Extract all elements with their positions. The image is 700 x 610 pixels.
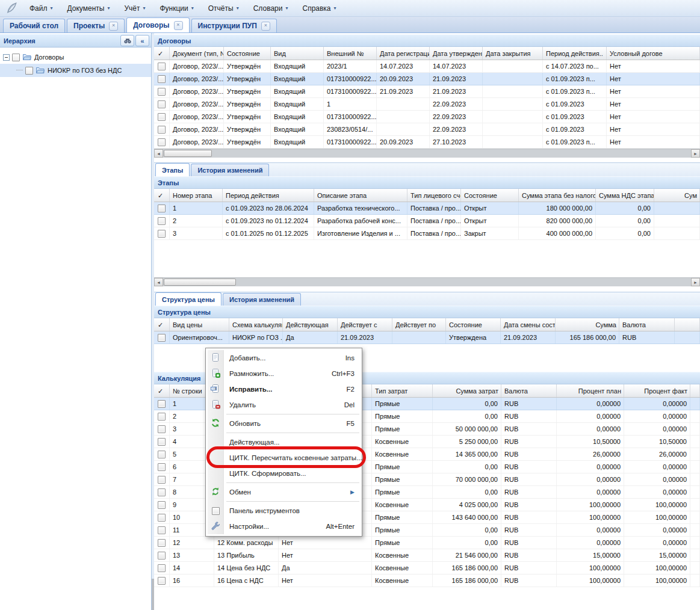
- menubar-item[interactable]: Функции▾: [153, 2, 199, 15]
- collapse-panel-button[interactable]: «: [135, 35, 149, 46]
- row-checkbox[interactable]: [154, 499, 170, 511]
- tree-checkbox[interactable]: [25, 67, 33, 75]
- menu-item[interactable]: Настройки...Alt+Enter: [208, 519, 360, 534]
- column-header[interactable]: Валюта: [501, 384, 557, 397]
- tab-Структура цены[interactable]: Структура цены: [155, 292, 221, 306]
- horizontal-scrollbar[interactable]: ◄►: [154, 149, 700, 158]
- table-row[interactable]: Договор, 2023/...УтверждёнВходящий230823…: [154, 123, 700, 136]
- menubar-item[interactable]: Словари▾: [247, 2, 294, 15]
- table-row[interactable]: Договор, 2023/...УтверждёнВходящий017310…: [154, 111, 700, 123]
- horizontal-scrollbar[interactable]: ◄►: [154, 277, 700, 286]
- tab-Проекты[interactable]: Проекты×: [67, 19, 125, 32]
- close-icon[interactable]: ×: [174, 21, 183, 30]
- tab-История изменений[interactable]: История изменений: [223, 293, 301, 306]
- row-checkbox[interactable]: [154, 215, 170, 227]
- column-header[interactable]: Состояние: [461, 189, 519, 202]
- table-row[interactable]: Договор, 2023/...УтверждёнВходящий017310…: [154, 73, 700, 85]
- table-row[interactable]: Договор, 2023/...УтверждёнВходящий017310…: [154, 85, 700, 98]
- row-checkbox[interactable]: [154, 511, 170, 523]
- tree-node[interactable]: НИОКР по ГОЗ без НДС: [0, 64, 151, 77]
- scroll-right-arrow[interactable]: ►: [691, 278, 700, 286]
- column-header[interactable]: Документ (тип, №: [170, 47, 224, 60]
- table-row[interactable]: 1616 Цена с НДСНетКосвенные165 186 000,0…: [154, 575, 700, 587]
- tab-Этапы[interactable]: Этапы: [155, 163, 190, 176]
- menu-item[interactable]: ЦИТК. Сформировать...: [208, 466, 360, 481]
- tree-expander[interactable]: [3, 54, 10, 61]
- tab-Договоры[interactable]: Договоры×: [126, 17, 189, 32]
- table-row[interactable]: Договор, 2023/...УтверждёнВходящий2023/1…: [154, 60, 700, 73]
- row-checkbox[interactable]: [154, 562, 170, 574]
- menubar-item[interactable]: Учёт▾: [118, 2, 151, 15]
- table-row[interactable]: 1414 Цена без НДСДаКосвенные165 186 000,…: [154, 562, 700, 575]
- scroll-left-arrow[interactable]: ◄: [154, 149, 163, 158]
- menubar-item[interactable]: Отчёты▾: [202, 2, 245, 15]
- row-checkbox[interactable]: [154, 436, 170, 448]
- row-checkbox[interactable]: [154, 98, 170, 110]
- column-header[interactable]: Процент план: [557, 384, 624, 397]
- column-header[interactable]: Действующая: [283, 318, 338, 331]
- column-header[interactable]: [690, 384, 700, 397]
- column-header[interactable]: Дата смены состоя: [501, 318, 556, 331]
- table-row[interactable]: 3с 01.01.2025 по 01.12.2025Изготовление …: [154, 227, 700, 240]
- menu-item[interactable]: Панель инструментов: [208, 503, 360, 519]
- column-header[interactable]: Дата регистрации.: [377, 47, 430, 60]
- row-checkbox[interactable]: [154, 461, 170, 473]
- column-header[interactable]: Сум: [654, 189, 700, 202]
- menu-item[interactable]: Размножить...Ctrl+F3: [208, 366, 360, 381]
- close-icon[interactable]: ×: [261, 22, 270, 31]
- table-row[interactable]: Договор, 2023/...УтверждёнВходящий122.09…: [154, 98, 700, 111]
- tab-Инструкции ПУП[interactable]: Инструкции ПУП×: [191, 19, 277, 32]
- column-header[interactable]: Внешний №: [324, 47, 377, 60]
- scroll-right-arrow[interactable]: ►: [691, 149, 700, 158]
- row-checkbox[interactable]: [154, 60, 170, 72]
- tab-История изменений[interactable]: История изменений: [191, 164, 269, 176]
- tab-Рабочий стол[interactable]: Рабочий стол: [3, 19, 65, 32]
- column-header[interactable]: Действует по: [392, 318, 446, 331]
- menubar-item[interactable]: Справка▾: [296, 2, 342, 15]
- row-checkbox[interactable]: [154, 410, 170, 422]
- menu-item[interactable]: Добавить...Ins: [208, 350, 360, 366]
- menubar-item[interactable]: Файл▾: [23, 2, 59, 15]
- row-checkbox[interactable]: [154, 202, 170, 214]
- column-header[interactable]: Состояние: [446, 318, 501, 331]
- column-header[interactable]: Валюта: [619, 318, 675, 331]
- column-header[interactable]: [675, 318, 700, 331]
- table-row[interactable]: Ориентировоч...НИОКР по ГОЗ ...Да21.09.2…: [154, 331, 700, 344]
- column-header[interactable]: Дата утверждения: [430, 47, 483, 60]
- column-header[interactable]: Период действия: [223, 189, 314, 202]
- row-checkbox[interactable]: [154, 73, 170, 85]
- column-header[interactable]: Вид: [271, 47, 324, 60]
- column-header[interactable]: Номер этапа: [170, 189, 223, 202]
- row-checkbox[interactable]: [154, 398, 170, 410]
- column-header[interactable]: Действует с: [338, 318, 392, 331]
- row-checkbox[interactable]: [154, 111, 170, 123]
- scroll-left-arrow[interactable]: ◄: [154, 278, 163, 286]
- row-checkbox[interactable]: [154, 473, 170, 485]
- column-header[interactable]: Состояние: [224, 47, 271, 60]
- column-header[interactable]: Период действия..: [543, 47, 607, 60]
- column-header[interactable]: Условный догове: [607, 47, 700, 60]
- row-checkbox[interactable]: [154, 423, 170, 435]
- row-checkbox[interactable]: [154, 537, 170, 549]
- select-all-column-header[interactable]: ✓: [154, 189, 170, 202]
- column-header[interactable]: Дата закрытия: [483, 47, 543, 60]
- select-all-column-header[interactable]: ✓: [154, 318, 170, 331]
- row-checkbox[interactable]: [154, 123, 170, 135]
- scrollbar-thumb[interactable]: [164, 279, 236, 286]
- close-icon[interactable]: ×: [109, 22, 118, 31]
- row-checkbox[interactable]: [154, 227, 170, 239]
- select-all-column-header[interactable]: ✓: [154, 47, 170, 60]
- menu-item[interactable]: ОбновитьF5: [208, 416, 360, 431]
- row-checkbox[interactable]: [154, 575, 170, 587]
- menubar-item[interactable]: Документы▾: [61, 2, 116, 15]
- row-checkbox[interactable]: [154, 486, 170, 498]
- menu-item[interactable]: ЦИТК. Пересчитать косвенные затраты...: [208, 450, 360, 466]
- column-header[interactable]: Сумма этапа без налогов: [519, 189, 596, 202]
- tree-node[interactable]: Договоры: [0, 51, 151, 64]
- row-checkbox[interactable]: [154, 549, 170, 561]
- select-all-column-header[interactable]: ✓: [154, 384, 170, 397]
- menu-item[interactable]: Обмен▶: [208, 484, 360, 500]
- column-header[interactable]: Вид цены: [170, 318, 229, 331]
- column-header[interactable]: Сумма затрат: [433, 384, 501, 397]
- scrollbar-thumb[interactable]: [164, 150, 212, 157]
